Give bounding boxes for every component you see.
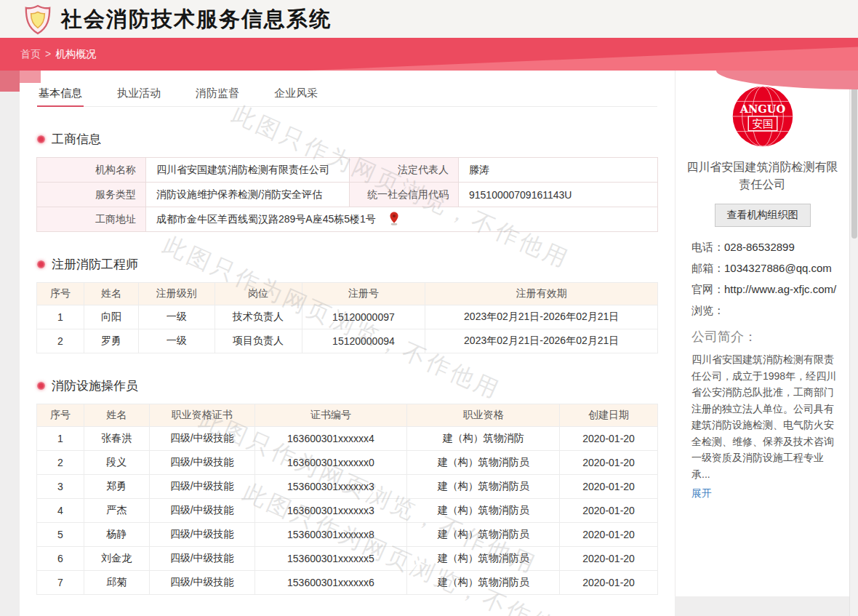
band-corner-decoration-light (20, 71, 41, 83)
breadcrumb-current: 机构概况 (55, 48, 96, 60)
table-cell: 张春洪 (84, 427, 149, 451)
table-cell: 163600301xxxxxx3 (254, 499, 407, 523)
table-row: 2段义四级/中级技能163600301xxxxxx0建（构）筑物消防员2020-… (37, 451, 658, 475)
company-intro-text: 四川省安国建筑消防检测有限责任公司，成立于1998年，经四川省公安消防总队批准，… (691, 351, 838, 482)
scrollbar-thumb[interactable] (851, 73, 857, 239)
column-header: 注册级别 (138, 283, 214, 305)
credit-code-value: 91510000709161143U (459, 183, 658, 207)
table-cell: 163600301xxxxxx0 (254, 451, 407, 475)
vertical-scrollbar[interactable] (849, 0, 858, 616)
table-cell: 四级/中级技能 (149, 475, 254, 499)
column-header: 职业资格 (407, 404, 560, 427)
section-title-business: 工商信息 (37, 131, 675, 148)
contact-list: 电话：028-86532899邮箱：1034327886@qq.com官网：ht… (691, 239, 839, 318)
address-cell: 成都市金牛区羊西线蜀汉路289号A座45栋5楼1号 (146, 207, 658, 232)
breadcrumb: 首页>机构概况 (20, 38, 96, 71)
tab-bar: 基本信息执业活动消防监督企业风采 (37, 80, 657, 107)
table-cell: 刘金龙 (84, 547, 149, 571)
table-cell: 2023年02月21日-2026年02月21日 (425, 329, 658, 353)
expand-link[interactable]: 展开 (691, 487, 712, 500)
contact-row-1: 邮箱：1034327886@qq.com (691, 260, 839, 276)
table-cell: 153600301xxxxxx3 (254, 475, 407, 499)
column-header: 姓名 (84, 283, 138, 305)
map-pin-icon[interactable] (389, 212, 399, 228)
field-label: 法定代表人 (350, 158, 459, 183)
table-row: 机构名称 四川省安国建筑消防检测有限责任公司 法定代表人 滕涛 (37, 158, 658, 183)
contact-label: 电话： (691, 239, 724, 255)
field-label: 统一社会信用代码 (350, 183, 459, 207)
table-cell: 建（构）筑物消防员 (407, 547, 560, 571)
section-bullet-icon (37, 260, 45, 268)
tab-3[interactable]: 企业风采 (273, 80, 319, 105)
legal-rep-value: 滕涛 (459, 158, 658, 183)
table-cell: 2 (37, 451, 84, 475)
business-info-table: 机构名称 四川省安国建筑消防检测有限责任公司 法定代表人 滕涛 服务类型 消防设… (36, 157, 658, 232)
table-cell: 建（构）筑物消防 (407, 427, 560, 451)
table-cell: 严杰 (84, 499, 149, 523)
table-cell: 163600301xxxxxx4 (254, 427, 407, 451)
table-cell: 一级 (138, 329, 214, 353)
table-cell: 建（构）筑物消防员 (407, 523, 560, 547)
field-label: 机构名称 (37, 158, 146, 183)
table-cell: 四级/中级技能 (149, 499, 254, 523)
main-content-panel: 基本信息执业活动消防监督企业风采 工商信息 机构名称 四川省安国建筑消防检测有限… (20, 71, 675, 616)
table-cell: 15120000094 (302, 329, 425, 353)
breadcrumb-home-link[interactable]: 首页 (20, 48, 41, 60)
company-logo: ANGUO 安国 (731, 85, 794, 148)
service-type-value: 消防设施维护保养检测/消防安全评估 (146, 183, 350, 207)
table-cell: 2023年02月21日-2026年02月21日 (425, 305, 658, 329)
page-title: 社会消防技术服务信息系统 (61, 0, 332, 38)
tab-1[interactable]: 执业活动 (116, 80, 162, 105)
contact-row-2: 官网：http://www.ag-xfjc.com/ (691, 281, 839, 297)
table-cell: 2020-01-20 (560, 571, 658, 595)
section-bullet-icon (37, 135, 45, 143)
app-header: 社会消防技术服务信息系统 (0, 0, 858, 38)
table-cell: 四级/中级技能 (149, 523, 254, 547)
table-row: 4严杰四级/中级技能163600301xxxxxx3建（构）筑物消防员2020-… (37, 499, 658, 523)
table-cell: 建（构）筑物消防员 (407, 571, 560, 595)
contact-value: 028-86532899 (724, 239, 795, 255)
table-row: 1张春洪四级/中级技能163600301xxxxxx4建（构）筑物消防2020-… (37, 427, 658, 451)
table-cell: 7 (37, 571, 84, 595)
table-header-row: 序号姓名注册级别岗位注册号注册有效期 (37, 283, 658, 305)
operators-table: 序号姓名职业资格证书证书编号职业资格创建日期1张春洪四级/中级技能1636003… (36, 404, 658, 595)
company-intro-title: 公司简介： (691, 328, 849, 345)
address-value: 成都市金牛区羊西线蜀汉路289号A座45栋5楼1号 (156, 212, 376, 224)
table-cell: 四级/中级技能 (149, 427, 254, 451)
company-name: 四川省安国建筑消防检测有限责任公司 (675, 159, 849, 193)
section-title-engineers: 注册消防工程师 (37, 256, 675, 273)
table-cell: 2020-01-20 (560, 427, 658, 451)
table-row: 2罗勇一级项目负责人151200000942023年02月21日-2026年02… (37, 329, 658, 353)
table-cell: 四级/中级技能 (149, 571, 254, 595)
band-wave-decoration (305, 38, 858, 71)
table-cell: 3 (37, 475, 84, 499)
table-row: 服务类型 消防设施维护保养检测/消防安全评估 统一社会信用代码 91510000… (37, 183, 658, 207)
contact-value: http://www.ag-xfjc.com/ (724, 281, 836, 297)
column-header: 创建日期 (560, 404, 658, 427)
column-header: 证书编号 (254, 404, 407, 427)
table-cell: 2020-01-20 (560, 475, 658, 499)
contact-label: 邮箱： (691, 260, 724, 276)
tab-0[interactable]: 基本信息 (37, 80, 84, 107)
field-label: 服务类型 (37, 183, 146, 207)
table-row: 1向阳一级技术负责人151200000972023年02月21日-2026年02… (37, 305, 658, 329)
table-cell: 6 (37, 547, 84, 571)
tab-2[interactable]: 消防监督 (194, 80, 241, 105)
site-shield-logo-icon (23, 4, 52, 38)
svg-text:ANGUO: ANGUO (739, 103, 785, 115)
table-cell: 1 (37, 305, 84, 329)
breadcrumb-band: 首页>机构概况 (0, 38, 858, 71)
table-cell: 项目负责人 (214, 329, 302, 353)
view-org-chart-button[interactable]: 查看机构组织图 (715, 204, 811, 227)
table-cell: 段义 (84, 451, 149, 475)
field-label: 工商地址 (37, 207, 146, 232)
table-cell: 2 (37, 329, 84, 353)
table-cell: 15120000097 (302, 305, 425, 329)
table-row: 3郑勇四级/中级技能153600301xxxxxx3建（构）筑物消防员2020-… (37, 475, 658, 499)
table-cell: 一级 (138, 305, 214, 329)
column-header: 岗位 (214, 283, 302, 305)
table-cell: 2020-01-20 (560, 451, 658, 475)
contact-row-3: 浏览： (691, 303, 839, 318)
org-sidebar: ANGUO 安国 四川省安国建筑消防检测有限责任公司 查看机构组织图 电话：02… (675, 71, 849, 596)
contact-label: 官网： (691, 281, 724, 297)
